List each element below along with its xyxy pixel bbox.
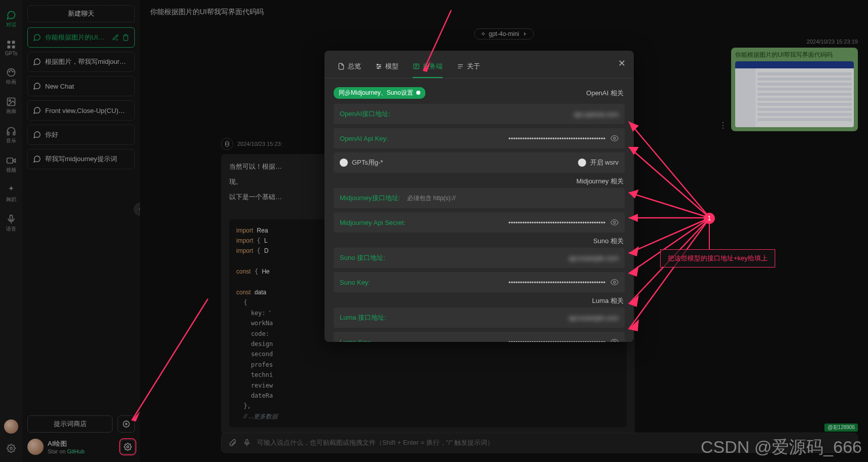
mj-key-input[interactable] bbox=[411, 219, 605, 226]
eye-icon[interactable] bbox=[610, 338, 619, 342]
close-button[interactable]: ✕ bbox=[618, 58, 626, 69]
eye-icon[interactable] bbox=[610, 134, 619, 142]
tab-model[interactable]: 模型 bbox=[375, 62, 399, 78]
eye-icon[interactable] bbox=[610, 278, 619, 286]
tab-overview[interactable]: 总览 bbox=[338, 62, 361, 78]
suno-url-input[interactable] bbox=[390, 254, 619, 262]
suno-key-input[interactable] bbox=[375, 279, 605, 286]
mj-key-field[interactable]: Midjourney Api Secret: bbox=[334, 212, 625, 233]
info-icon bbox=[457, 63, 464, 70]
openai-key-input[interactable] bbox=[393, 135, 605, 142]
tab-about[interactable]: 关于 bbox=[457, 62, 480, 78]
openai-url-input[interactable] bbox=[395, 110, 619, 118]
luma-key-input[interactable] bbox=[376, 338, 605, 342]
eye-icon[interactable] bbox=[610, 218, 619, 226]
svg-point-22 bbox=[613, 137, 616, 139]
server-icon bbox=[413, 63, 420, 70]
mj-url-field[interactable]: Midjourney接口地址:必须包含 http(s):// bbox=[334, 188, 625, 208]
wsrv-toggle[interactable]: 开启 wsrv bbox=[578, 158, 619, 167]
suno-url-field[interactable]: Suno 接口地址: bbox=[334, 248, 625, 268]
annotation-text: 把这些模型的接口地址+key给填上 bbox=[660, 249, 775, 267]
openai-key-field[interactable]: OpenAI Api Key: bbox=[334, 128, 625, 148]
svg-point-18 bbox=[377, 64, 378, 65]
doc-icon bbox=[338, 63, 345, 70]
openai-url-field[interactable]: OpenAI接口地址: bbox=[334, 104, 625, 124]
luma-url-input[interactable] bbox=[391, 314, 619, 322]
suno-key-field[interactable]: Suno Key: bbox=[334, 272, 625, 292]
svg-point-23 bbox=[613, 221, 616, 223]
settings-modal: ✕ 总览 模型 服务端 关于 同步Midjourney、Suno设置 OpenA… bbox=[324, 51, 634, 342]
sync-toggle[interactable]: 同步Midjourney、Suno设置 bbox=[334, 87, 425, 99]
svg-point-19 bbox=[379, 66, 380, 67]
mj-url-input[interactable] bbox=[461, 195, 619, 202]
gpts-toggle[interactable]: GPTs用g-* bbox=[340, 158, 383, 167]
tab-server[interactable]: 服务端 bbox=[413, 62, 443, 78]
sliders-icon bbox=[375, 63, 382, 70]
svg-point-24 bbox=[613, 281, 616, 283]
svg-point-20 bbox=[378, 67, 379, 68]
luma-key-field[interactable]: Luma Key: bbox=[334, 332, 625, 342]
luma-url-field[interactable]: Luma 接口地址: bbox=[334, 307, 625, 328]
annotation-badge: 1 bbox=[704, 213, 715, 224]
svg-point-25 bbox=[613, 341, 616, 342]
